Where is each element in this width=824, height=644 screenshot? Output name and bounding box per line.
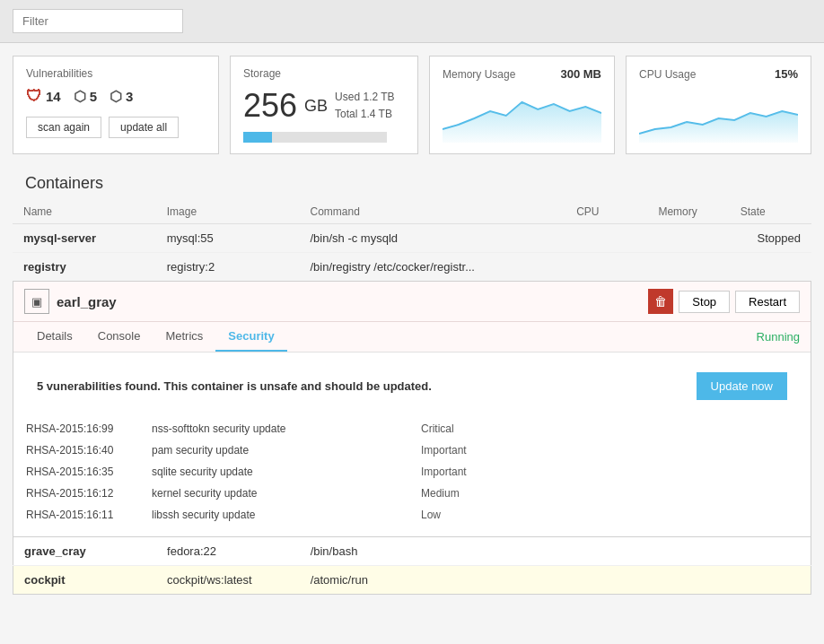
table-header-row: Name Image Command CPU Memory State: [13, 200, 811, 224]
vuln-severity: Critical: [421, 418, 798, 439]
vuln-desc: pam security update: [152, 439, 421, 461]
cpu-card: CPU Usage 15%: [626, 56, 811, 154]
update-all-button[interactable]: update all: [109, 117, 179, 138]
container-image: fedora:22: [156, 537, 300, 566]
tab-details[interactable]: Details: [24, 322, 85, 352]
vuln-severity: Low: [421, 504, 798, 526]
header-state: State: [730, 200, 811, 224]
memory-value: 300 MB: [560, 67, 601, 81]
vuln-desc: kernel security update: [152, 483, 421, 504]
container-memory: [647, 566, 729, 595]
tab-metrics[interactable]: Metrics: [153, 322, 215, 352]
containers-section: Containers Name Image Command CPU Memory…: [13, 163, 811, 595]
vuln-id: RHSA-2015:16:99: [26, 418, 152, 439]
container-memory: [647, 537, 729, 566]
container-name: mysql-server: [13, 224, 156, 253]
box-icon-1: ⬡: [74, 88, 86, 105]
container-name: registry: [13, 253, 156, 282]
expanded-actions: 🗑 Stop Restart: [648, 289, 800, 314]
security-alert: 5 vunerabilities found. This container i…: [26, 363, 798, 409]
cpu-chart: [639, 84, 798, 143]
vuln-info-count: 3: [126, 89, 133, 104]
filter-bar: [0, 0, 824, 43]
box-icon-2: ⬡: [110, 88, 122, 105]
container-image: cockpit/ws:latest: [156, 566, 300, 595]
header-name: Name: [13, 200, 156, 224]
security-content: 5 vunerabilities found. This container i…: [13, 352, 811, 536]
storage-bar-bg: [243, 132, 387, 143]
container-state: [730, 253, 811, 282]
bottom-containers-table: grave_cray fedora:22 /bin/bash cockpit c…: [13, 537, 811, 595]
restart-button[interactable]: Restart: [735, 291, 800, 313]
vuln-id: RHSA-2015:16:35: [26, 461, 152, 483]
table-row[interactable]: cockpit cockpit/ws:latest /atomic/run: [13, 566, 811, 595]
container-memory: [647, 253, 729, 282]
running-status: Running: [757, 323, 800, 351]
containers-section-title: Containers: [13, 163, 811, 200]
update-now-button[interactable]: Update now: [697, 372, 787, 400]
storage-title: Storage: [243, 67, 405, 80]
container-name: cockpit: [13, 566, 157, 595]
table-row[interactable]: registry registry:2 /bin/registry /etc/c…: [13, 253, 811, 282]
container-cpu: [565, 224, 647, 253]
container-command: /atomic/run: [300, 566, 565, 595]
vuln-id: RHSA-2015:16:11: [26, 504, 152, 526]
storage-used-row: Used 1.2 TB: [335, 89, 395, 106]
security-alert-text: 5 vunerabilities found. This container i…: [37, 379, 697, 393]
storage-used-value: 1.2 TB: [363, 91, 394, 103]
vuln-warning-count: 5: [90, 89, 97, 104]
filter-input[interactable]: [13, 9, 183, 33]
header-memory: Memory: [647, 200, 729, 224]
vuln-warning: ⬡ 5: [74, 88, 97, 105]
container-state: [729, 566, 811, 595]
storage-info: Used 1.2 TB Total 1.4 TB: [335, 89, 395, 123]
vuln-critical: 🛡 14: [26, 87, 61, 106]
storage-unit: GB: [304, 97, 328, 116]
container-command: /bin/bash: [300, 537, 565, 566]
container-image: mysql:55: [156, 224, 300, 253]
vuln-desc: nss-softtokn security update: [152, 418, 421, 439]
cpu-value: 15%: [775, 67, 798, 81]
container-memory: [647, 224, 729, 253]
delete-button[interactable]: 🗑: [648, 289, 673, 314]
vuln-row: RHSA-2015:16:40 pam security update Impo…: [26, 439, 798, 461]
vuln-desc: libssh security update: [152, 504, 421, 526]
table-row[interactable]: mysql-server mysql:55 /bin/sh -c mysqld …: [13, 224, 811, 253]
dashboard-row: Vulnerabilities 🛡 14 ⬡ 5 ⬡ 3 scan again …: [0, 43, 824, 163]
stop-button[interactable]: Stop: [679, 291, 730, 313]
scan-again-button[interactable]: scan again: [26, 117, 101, 138]
expanded-container-name: earl_gray: [57, 294, 648, 309]
vuln-severity: Important: [421, 439, 798, 461]
storage-total-row: Total 1.4 TB: [335, 106, 395, 123]
containers-table: Name Image Command CPU Memory State mysq…: [13, 200, 811, 281]
container-state: Stopped: [730, 224, 811, 253]
container-cpu: [565, 537, 647, 566]
vuln-buttons: scan again update all: [26, 117, 206, 138]
memory-chart: [443, 84, 601, 143]
vuln-critical-count: 14: [46, 89, 61, 104]
tab-security[interactable]: Security: [215, 322, 286, 352]
container-state: [729, 537, 811, 566]
vuln-title: Vulnerabilities: [26, 67, 206, 80]
container-tabs: Details Console Metrics Security Running: [13, 322, 811, 352]
vuln-id: RHSA-2015:16:40: [26, 439, 152, 461]
memory-card: Memory Usage 300 MB: [429, 56, 615, 154]
container-name: grave_cray: [13, 537, 157, 566]
vuln-icons: 🛡 14 ⬡ 5 ⬡ 3: [26, 87, 206, 106]
container-icon: ▣: [24, 289, 49, 314]
vuln-info: ⬡ 3: [110, 88, 133, 105]
storage-used-label: Used: [335, 91, 360, 103]
tab-console[interactable]: Console: [85, 322, 153, 352]
vuln-row: RHSA-2015:16:99 nss-softtokn security up…: [26, 418, 798, 439]
shield-icon: 🛡: [26, 87, 42, 106]
storage-size-row: 256 GB Used 1.2 TB Total 1.4 TB: [243, 87, 405, 125]
cpu-title: CPU Usage: [639, 68, 696, 81]
storage-num: 256: [243, 87, 297, 125]
table-row[interactable]: grave_cray fedora:22 /bin/bash: [13, 537, 811, 566]
vuln-row: RHSA-2015:16:35 sqlite security update I…: [26, 461, 798, 483]
vuln-row: RHSA-2015:16:11 libssh security update L…: [26, 504, 798, 526]
vulnerability-table: RHSA-2015:16:99 nss-softtokn security up…: [26, 418, 798, 526]
vuln-severity: Important: [421, 461, 798, 483]
vuln-desc: sqlite security update: [152, 461, 421, 483]
expanded-container: ▣ earl_gray 🗑 Stop Restart Details Conso…: [13, 281, 811, 537]
